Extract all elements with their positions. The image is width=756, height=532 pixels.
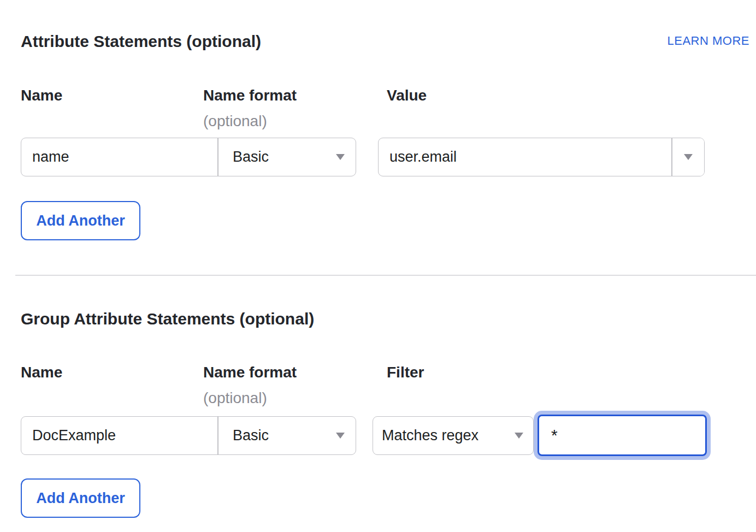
name-column-label: Name: [21, 86, 203, 105]
group-filter-value-focus-ring: [534, 411, 711, 460]
group-attribute-statements-title: Group Attribute Statements (optional): [21, 309, 756, 329]
group-name-and-format-group: Basic: [21, 416, 356, 455]
dropdown-arrow-icon: [336, 433, 345, 439]
name-format-optional-hint: (optional): [203, 112, 387, 131]
group-name-column-label: Name: [21, 363, 203, 382]
attribute-value-input[interactable]: [379, 138, 671, 176]
attribute-value-dropdown-button[interactable]: [671, 138, 704, 176]
group-filter-value-input[interactable]: [538, 415, 707, 456]
group-name-format-optional-hint: (optional): [203, 389, 387, 407]
group-attribute-statement-row: Basic Matches regex: [21, 411, 756, 460]
group-filter-type-select[interactable]: Matches regex: [373, 416, 534, 455]
attribute-statement-row: Basic: [21, 138, 756, 176]
dropdown-arrow-icon: [684, 154, 693, 160]
add-another-attribute-button[interactable]: Add Another: [21, 201, 140, 240]
group-name-format-column-label: Name format: [203, 363, 387, 382]
attribute-name-format-selected-value: Basic: [233, 149, 269, 165]
dropdown-arrow-icon: [515, 433, 523, 439]
add-another-group-attribute-button[interactable]: Add Another: [21, 478, 140, 518]
attribute-name-format-select[interactable]: Basic: [217, 138, 356, 176]
group-attribute-name-input[interactable]: [21, 417, 217, 454]
value-column-label: Value: [387, 86, 756, 105]
attribute-value-combobox: [378, 138, 705, 176]
name-and-format-group: Basic: [21, 138, 356, 176]
learn-more-link[interactable]: LEARN MORE: [668, 34, 749, 48]
filter-column-label: Filter: [387, 363, 756, 382]
group-name-format-selected-value: Basic: [233, 427, 269, 444]
name-format-column-label: Name format: [203, 86, 387, 105]
attribute-column-labels: Name Name format (optional) Value: [21, 86, 756, 131]
group-name-format-select[interactable]: Basic: [217, 417, 356, 454]
group-filter-type-selected-value: Matches regex: [382, 427, 479, 444]
dropdown-arrow-icon: [336, 154, 345, 160]
section-divider: [15, 275, 756, 276]
attribute-statements-header: Attribute Statements (optional) LEARN MO…: [21, 32, 756, 51]
saml-settings-form: Attribute Statements (optional) LEARN MO…: [0, 0, 756, 518]
attribute-name-input[interactable]: [21, 138, 217, 176]
attribute-statements-title: Attribute Statements (optional): [21, 32, 261, 51]
group-column-labels: Name Name format (optional) Filter: [21, 363, 756, 407]
